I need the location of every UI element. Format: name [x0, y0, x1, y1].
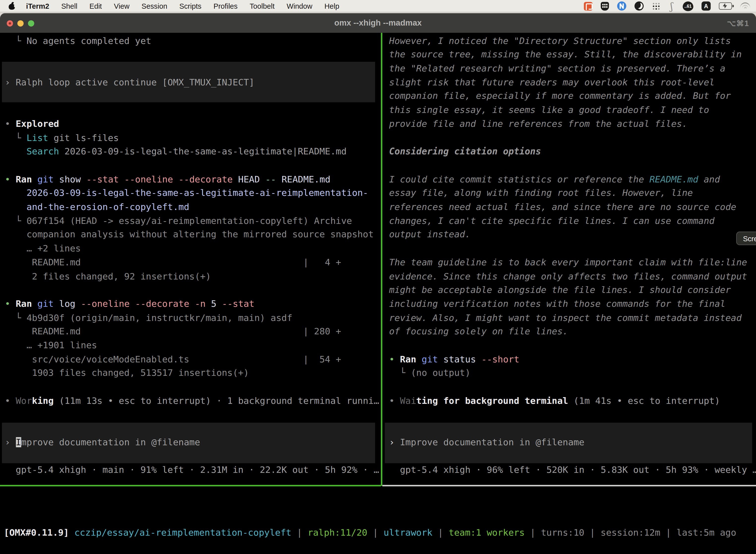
terminal-line: references need actual files, and since …	[389, 200, 737, 214]
terminal-line: review. Also, I might want to inspect th…	[389, 311, 742, 325]
menu-scripts[interactable]: Scripts	[179, 2, 201, 10]
terminal-line: companion analysis without altering the …	[5, 228, 374, 242]
terminal-line: 2026-03-09-is-legal-the-same-as-legitima…	[5, 186, 368, 200]
battery-charging-icon[interactable]	[719, 2, 732, 10]
terminal-line: I could cite commit statistics or refere…	[389, 172, 720, 186]
terminal-line: … +2 lines	[5, 242, 81, 256]
pane-divider-vertical[interactable]	[381, 33, 382, 486]
terminal-line: • Waiting for background terminal (1m 41…	[389, 394, 720, 408]
terminal-line: of focusing solely on file lines.	[389, 325, 568, 339]
menu-items: iTerm2ShellEditViewSessionScriptsProfile…	[26, 2, 339, 10]
pane-border-bottom-active[interactable]	[0, 485, 381, 486]
terminal-line: • Ran git show --stat --oneline --decora…	[5, 172, 330, 186]
wifi-icon[interactable]	[740, 2, 750, 10]
screen-share-overlay-label: Scre	[743, 234, 756, 242]
omx-session-status-line: [OMX#0.11.9] cczip/essay/ai-reimplementa…	[4, 526, 737, 540]
terminal-line: output instead.	[389, 228, 470, 242]
menu-window[interactable]: Window	[287, 2, 313, 10]
terminal-line: slight risk that future readers may over…	[389, 76, 714, 90]
window-titlebar: omx --xhigh --madmax ⌥⌘1	[0, 13, 756, 33]
terminal-line: 2 files changed, 92 insertions(+)	[5, 270, 211, 283]
terminal-line: src/voice/voiceModeEnabled.ts | 54 +	[5, 352, 341, 366]
window-shortcut-badge: ⌥⌘1	[727, 19, 749, 28]
terminal-line: gpt-5.4 xhigh · main · 91% left · 2.31M …	[5, 463, 379, 477]
terminal-line: the "Related research writing" section i…	[389, 62, 726, 76]
dots-grid-icon[interactable]	[652, 2, 660, 10]
terminal-line: The team guideline is to back every impo…	[389, 256, 747, 270]
terminal-line: essay file, along with finding root file…	[389, 186, 693, 200]
squiggle-icon[interactable]: ʃ	[669, 1, 674, 11]
terminal-line: › Ralph loop active continue [OMX_TMUX_I…	[5, 76, 254, 90]
menu-profiles[interactable]: Profiles	[213, 2, 238, 10]
screen: iTerm2ShellEditViewSessionScriptsProfile…	[0, 0, 756, 554]
terminal-line: and-the-erosion-of-copyleft.md	[5, 200, 189, 214]
terminal-line: provide file and line references from th…	[389, 117, 688, 131]
menu-edit[interactable]: Edit	[89, 2, 102, 10]
terminal-line: • Working (11m 13s • esc to interrupt) ·…	[5, 394, 379, 408]
menu-toolbelt[interactable]: Toolbelt	[250, 2, 275, 10]
menu-session[interactable]: Session	[142, 2, 168, 10]
window-titlebar-backdrop: omx --xhigh --madmax ⌥⌘1	[0, 12, 756, 33]
window-title: omx --xhigh --madmax	[0, 18, 756, 28]
menu-iterm2[interactable]: iTerm2	[26, 2, 49, 10]
terminal-line: evidence. Since this change only affects…	[389, 270, 747, 283]
chat-app-icon[interactable]	[584, 2, 592, 10]
battery-percent-badge-icon[interactable]: ..61	[683, 1, 693, 11]
terminal-line: companion file, especially if more comme…	[389, 89, 731, 103]
terminal-line: gpt-5.4 xhigh · 96% left · 520K in · 5.8…	[389, 463, 756, 477]
terminal-line: this single essay, it seems like a good …	[389, 103, 709, 117]
apple-menu-icon[interactable]	[9, 2, 15, 10]
terminal-line: └ 4b9d30f (origin/main, instructkr/main,…	[5, 311, 292, 325]
terminal-line: 1903 files changed, 513517 insertions(+)	[5, 366, 249, 380]
terminal-line: README.md | 280 +	[5, 325, 341, 339]
terminal-line: › Improve documentation in @filename	[389, 436, 584, 449]
crescent-app-icon[interactable]	[634, 1, 644, 11]
terminal-line: Search 2026-03-09-is-legal-the-same-as-l…	[5, 145, 346, 159]
menu-help[interactable]: Help	[324, 2, 339, 10]
tmux-pane-left[interactable]: └ No agents completed yet› Ralph loop ac…	[0, 33, 381, 485]
terminal-line: Considering citation options	[389, 145, 541, 159]
macos-menu-bar: iTerm2ShellEditViewSessionScriptsProfile…	[0, 0, 756, 12]
terminal: └ No agents completed yet› Ralph loop ac…	[0, 33, 756, 554]
terminal-line: └ 067f154 (HEAD -> essay/ai-reimplementa…	[5, 214, 352, 228]
tmux-pane-right[interactable]: However, I noticed the "Directory Struct…	[382, 33, 756, 485]
menu-shell[interactable]: Shell	[61, 2, 77, 10]
terminal-line: • Explored	[5, 117, 59, 131]
terminal-line: └ No agents completed yet	[5, 34, 151, 48]
terminal-line: the source tree, missing the essay. Stil…	[389, 48, 742, 62]
letter-a-app-icon[interactable]: A	[701, 1, 711, 11]
terminal-line: … +1901 lines	[5, 339, 97, 353]
keyboard-shield-icon[interactable]	[601, 2, 609, 10]
terminal-line: › Improve documentation in @filename	[5, 436, 200, 449]
terminal-line: However, I noticed the "Directory Struct…	[389, 34, 731, 48]
terminal-line: • Ran git log --oneline --decorate -n 5 …	[5, 297, 254, 311]
blue-zigzag-badge-icon[interactable]	[617, 1, 626, 11]
terminal-line: └ List git ls-files	[5, 131, 119, 145]
terminal-line: └ (no output)	[389, 366, 470, 380]
pane-border-bottom-inactive[interactable]	[382, 485, 756, 486]
terminal-line: might be acceptable alongside the file l…	[389, 283, 731, 297]
terminal-line: including verification notes with those …	[389, 297, 726, 311]
menu-view[interactable]: View	[114, 2, 129, 10]
terminal-line: README.md | 4 +	[5, 256, 341, 270]
terminal-line: changes, I can't cite specific file line…	[389, 214, 714, 228]
screen-share-overlay-chip[interactable]: Scre	[736, 232, 756, 245]
menu-status-icons: ʃ ..61 A	[584, 1, 750, 11]
terminal-line: • Ran git status --short	[389, 352, 519, 366]
